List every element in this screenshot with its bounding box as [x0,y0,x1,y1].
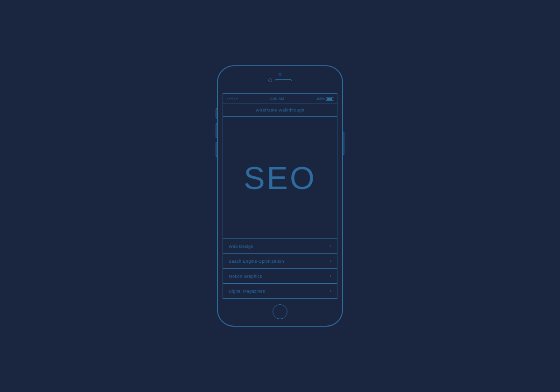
speaker-dot [279,73,281,76]
battery-percent: 100% [316,97,325,100]
signal-dot-4 [234,98,235,99]
signal-dot-1 [227,98,228,99]
menu-item-digital-magazines[interactable]: Digital Magazines › [223,284,337,298]
signal-indicator [227,98,238,99]
chevron-icon: › [330,259,331,264]
volume-up-button [216,123,217,138]
menu-item-motion-graphics[interactable]: Motion Graphics › [223,269,337,284]
battery-icon [326,97,333,101]
speaker-bar [275,79,292,81]
status-bar: 2:50 AM 100% [223,94,337,104]
mute-button [216,108,217,119]
signal-dot-3 [231,98,233,99]
phone-top-elements [268,78,292,82]
hero-text: SEO [244,162,316,194]
phone-frame: 2:50 AM 100% Wireframe Walkthrough SEO W… [217,65,343,327]
signal-dot-5 [236,98,238,99]
home-button[interactable] [273,304,287,319]
chevron-icon: › [330,288,331,294]
menu-item-label: Motion Graphics [229,274,262,279]
status-time: 2:50 AM [270,97,284,101]
menu-list: Web Design › Seach Engine Optimization ›… [223,239,337,298]
camera-icon [268,78,272,82]
hero-area: SEO [223,117,337,239]
nav-title: Wireframe Walkthrough [256,108,305,112]
menu-item-label: Seach Engine Optimization [229,259,284,264]
menu-item-seo[interactable]: Seach Engine Optimization › [223,254,337,269]
menu-item-web-design[interactable]: Web Design › [223,239,337,254]
battery-fill [327,98,332,100]
menu-item-label: Web Design [229,244,253,249]
signal-dot-2 [229,98,231,99]
power-button [343,132,344,155]
chevron-icon: › [330,244,331,249]
nav-bar: Wireframe Walkthrough [223,104,337,117]
battery-indicator: 100% [316,97,333,101]
chevron-icon: › [330,273,331,279]
phone-screen: 2:50 AM 100% Wireframe Walkthrough SEO W… [223,93,337,299]
volume-down-button [216,142,217,157]
menu-item-label: Digital Magazines [229,289,265,294]
